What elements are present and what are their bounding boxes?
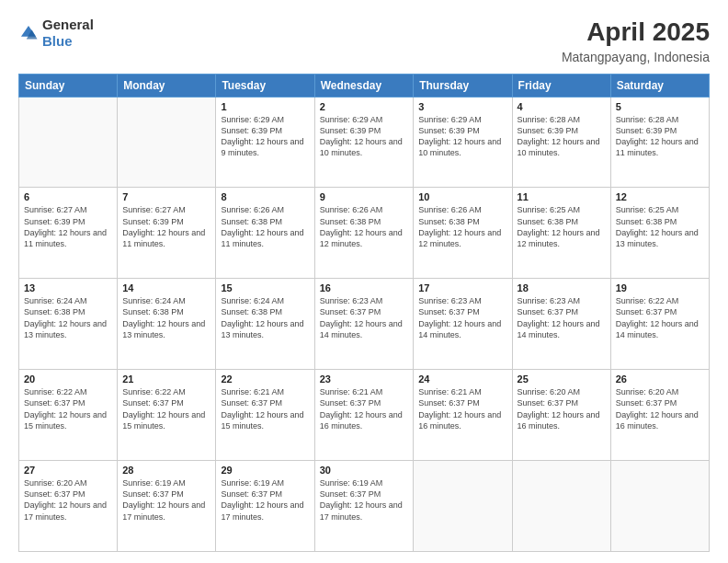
table-row: 23Sunrise: 6:21 AMSunset: 6:37 PMDayligh… (314, 370, 414, 461)
day-info: Sunrise: 6:20 AMSunset: 6:37 PMDaylight:… (24, 477, 112, 523)
logo-general: General (42, 17, 94, 32)
day-info: Sunrise: 6:24 AMSunset: 6:38 PMDaylight:… (221, 295, 309, 340)
table-row: 2Sunrise: 6:29 AMSunset: 6:39 PMDaylight… (314, 97, 414, 188)
day-number: 5 (616, 101, 704, 112)
col-tuesday: Tuesday (216, 74, 314, 97)
title-block: April 2025 Matangpayang, Indonesia (562, 17, 710, 64)
day-info: Sunrise: 6:26 AMSunset: 6:38 PMDaylight:… (320, 204, 409, 249)
calendar-week-row: 6Sunrise: 6:27 AMSunset: 6:39 PMDaylight… (19, 188, 710, 279)
table-row: 11Sunrise: 6:25 AMSunset: 6:38 PMDayligh… (512, 188, 610, 279)
table-row: 25Sunrise: 6:20 AMSunset: 6:37 PMDayligh… (512, 370, 610, 461)
table-row: 6Sunrise: 6:27 AMSunset: 6:39 PMDaylight… (19, 188, 118, 279)
main-title: April 2025 (562, 17, 710, 48)
day-info: Sunrise: 6:21 AMSunset: 6:37 PMDaylight:… (320, 386, 409, 431)
col-monday: Monday (118, 74, 216, 97)
table-row: 22Sunrise: 6:21 AMSunset: 6:37 PMDayligh… (216, 370, 314, 461)
day-number: 20 (24, 373, 112, 385)
day-info: Sunrise: 6:20 AMSunset: 6:37 PMDaylight:… (616, 386, 704, 431)
day-info: Sunrise: 6:26 AMSunset: 6:38 PMDaylight:… (418, 204, 506, 249)
day-number: 16 (320, 282, 409, 293)
day-info: Sunrise: 6:24 AMSunset: 6:38 PMDaylight:… (122, 295, 210, 340)
table-row: 21Sunrise: 6:22 AMSunset: 6:37 PMDayligh… (118, 370, 216, 461)
day-info: Sunrise: 6:29 AMSunset: 6:39 PMDaylight:… (418, 114, 506, 159)
day-info: Sunrise: 6:27 AMSunset: 6:39 PMDaylight:… (122, 204, 210, 249)
table-row: 12Sunrise: 6:25 AMSunset: 6:38 PMDayligh… (610, 188, 709, 279)
table-row: 3Sunrise: 6:29 AMSunset: 6:39 PMDaylight… (414, 97, 512, 188)
day-number: 29 (221, 465, 309, 476)
table-row: 1Sunrise: 6:29 AMSunset: 6:39 PMDaylight… (216, 97, 314, 188)
table-row: 17Sunrise: 6:23 AMSunset: 6:37 PMDayligh… (414, 279, 512, 370)
calendar-week-row: 27Sunrise: 6:20 AMSunset: 6:37 PMDayligh… (19, 461, 710, 552)
day-info: Sunrise: 6:23 AMSunset: 6:37 PMDaylight:… (518, 295, 606, 340)
logo: General Blue (18, 17, 94, 50)
table-row: 15Sunrise: 6:24 AMSunset: 6:38 PMDayligh… (216, 279, 314, 370)
day-info: Sunrise: 6:21 AMSunset: 6:37 PMDaylight:… (221, 386, 309, 431)
day-info: Sunrise: 6:19 AMSunset: 6:37 PMDaylight:… (221, 477, 309, 523)
day-number: 7 (122, 191, 210, 202)
col-sunday: Sunday (19, 74, 118, 97)
table-row (512, 461, 610, 552)
day-number: 6 (24, 191, 112, 202)
day-info: Sunrise: 6:28 AMSunset: 6:39 PMDaylight:… (616, 114, 704, 159)
day-number: 15 (221, 282, 309, 293)
table-row: 8Sunrise: 6:26 AMSunset: 6:38 PMDaylight… (216, 188, 314, 279)
day-number: 9 (320, 191, 409, 202)
day-number: 4 (518, 101, 606, 112)
col-friday: Friday (512, 74, 610, 97)
day-number: 10 (418, 191, 506, 202)
day-number: 30 (320, 465, 409, 476)
table-row: 9Sunrise: 6:26 AMSunset: 6:38 PMDaylight… (314, 188, 414, 279)
table-row: 16Sunrise: 6:23 AMSunset: 6:37 PMDayligh… (314, 279, 414, 370)
day-info: Sunrise: 6:20 AMSunset: 6:37 PMDaylight:… (518, 386, 606, 431)
day-number: 24 (418, 373, 506, 385)
table-row (118, 97, 216, 188)
calendar-week-row: 20Sunrise: 6:22 AMSunset: 6:37 PMDayligh… (19, 370, 710, 461)
day-number: 21 (122, 373, 210, 385)
day-info: Sunrise: 6:23 AMSunset: 6:37 PMDaylight:… (320, 295, 409, 340)
table-row: 19Sunrise: 6:22 AMSunset: 6:37 PMDayligh… (610, 279, 709, 370)
table-row: 28Sunrise: 6:19 AMSunset: 6:37 PMDayligh… (118, 461, 216, 552)
calendar-week-row: 13Sunrise: 6:24 AMSunset: 6:38 PMDayligh… (19, 279, 710, 370)
table-row: 14Sunrise: 6:24 AMSunset: 6:38 PMDayligh… (118, 279, 216, 370)
day-number: 14 (122, 282, 210, 293)
day-number: 28 (122, 465, 210, 476)
logo-icon (18, 23, 39, 43)
day-number: 8 (221, 191, 309, 202)
table-row: 7Sunrise: 6:27 AMSunset: 6:39 PMDaylight… (118, 188, 216, 279)
day-number: 19 (616, 282, 704, 293)
day-number: 2 (320, 101, 409, 112)
day-number: 11 (518, 191, 606, 202)
calendar-week-row: 1Sunrise: 6:29 AMSunset: 6:39 PMDaylight… (19, 97, 710, 188)
day-info: Sunrise: 6:26 AMSunset: 6:38 PMDaylight:… (221, 204, 309, 249)
day-number: 17 (418, 282, 506, 293)
day-info: Sunrise: 6:28 AMSunset: 6:39 PMDaylight:… (518, 114, 606, 159)
table-row: 26Sunrise: 6:20 AMSunset: 6:37 PMDayligh… (610, 370, 709, 461)
table-row: 20Sunrise: 6:22 AMSunset: 6:37 PMDayligh… (19, 370, 118, 461)
header: General Blue April 2025 Matangpayang, In… (18, 17, 710, 64)
day-info: Sunrise: 6:21 AMSunset: 6:37 PMDaylight:… (418, 386, 506, 431)
day-info: Sunrise: 6:22 AMSunset: 6:37 PMDaylight:… (24, 386, 112, 431)
table-row: 30Sunrise: 6:19 AMSunset: 6:37 PMDayligh… (314, 461, 414, 552)
table-row: 13Sunrise: 6:24 AMSunset: 6:38 PMDayligh… (19, 279, 118, 370)
logo-blue: Blue (42, 33, 73, 49)
day-number: 13 (24, 282, 112, 293)
day-info: Sunrise: 6:22 AMSunset: 6:37 PMDaylight:… (616, 295, 704, 340)
table-row: 10Sunrise: 6:26 AMSunset: 6:38 PMDayligh… (414, 188, 512, 279)
col-thursday: Thursday (414, 74, 512, 97)
table-row: 5Sunrise: 6:28 AMSunset: 6:39 PMDaylight… (610, 97, 709, 188)
table-row: 4Sunrise: 6:28 AMSunset: 6:39 PMDaylight… (512, 97, 610, 188)
day-info: Sunrise: 6:27 AMSunset: 6:39 PMDaylight:… (24, 204, 112, 249)
day-info: Sunrise: 6:19 AMSunset: 6:37 PMDaylight:… (122, 477, 210, 523)
day-number: 18 (518, 282, 606, 293)
day-number: 12 (616, 191, 704, 202)
table-row: 29Sunrise: 6:19 AMSunset: 6:37 PMDayligh… (216, 461, 314, 552)
col-wednesday: Wednesday (314, 74, 414, 97)
table-row: 27Sunrise: 6:20 AMSunset: 6:37 PMDayligh… (19, 461, 118, 552)
calendar-header-row: Sunday Monday Tuesday Wednesday Thursday… (19, 74, 710, 97)
day-info: Sunrise: 6:29 AMSunset: 6:39 PMDaylight:… (221, 114, 309, 159)
day-info: Sunrise: 6:23 AMSunset: 6:37 PMDaylight:… (418, 295, 506, 340)
day-number: 23 (320, 373, 409, 385)
day-number: 3 (418, 101, 506, 112)
table-row (19, 97, 118, 188)
table-row: 24Sunrise: 6:21 AMSunset: 6:37 PMDayligh… (414, 370, 512, 461)
